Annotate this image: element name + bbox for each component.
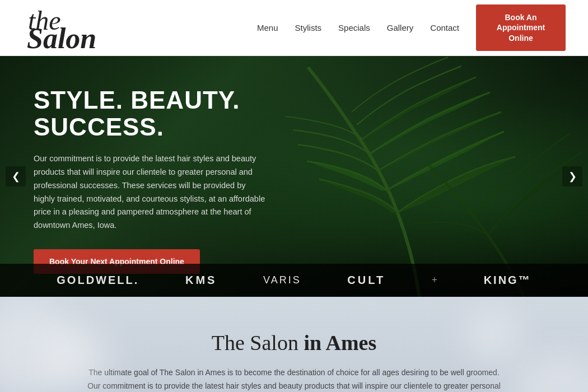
brand-goldwell: GOLDWELL. — [57, 274, 139, 287]
brand-cult: CULT — [347, 274, 385, 287]
header: the Salon Menu Stylists Specials Gallery… — [0, 0, 588, 56]
brand-plus: + — [432, 274, 437, 286]
nav-stylists[interactable]: Stylists — [295, 23, 322, 32]
hero-content: STYLE. BEAUTY. SUCCESS. Our commitment i… — [0, 56, 325, 297]
about-description-1: The ultimate goal of The Salon in Ames i… — [84, 366, 504, 392]
brand-kms: KMS — [185, 274, 217, 287]
brands-bar: GOLDWELL. KMS VARIS CULT + KING™ — [0, 264, 588, 297]
svg-text:Salon: Salon — [27, 22, 96, 49]
brand-varis: VARIS — [263, 274, 301, 286]
logo[interactable]: the Salon — [22, 4, 112, 52]
bokeh-4 — [465, 308, 521, 364]
hero-description: Our commitment is to provide the latest … — [34, 152, 269, 233]
nav-contact[interactable]: Contact — [430, 23, 459, 32]
bokeh-3 — [504, 353, 588, 392]
header-book-button[interactable]: Book An Appointment Online — [476, 4, 566, 51]
nav-gallery[interactable]: Gallery — [387, 23, 414, 32]
about-section: The Salon in Ames The ultimate goal of T… — [0, 297, 588, 392]
nav-specials[interactable]: Specials — [338, 23, 370, 32]
carousel-next-button[interactable]: ❯ — [562, 166, 582, 186]
hero-section: ❮ STYLE. BEAUTY. SUCCESS. Our commitment… — [0, 56, 588, 297]
nav-menu[interactable]: Menu — [257, 23, 278, 32]
carousel-prev-button[interactable]: ❮ — [6, 166, 26, 186]
about-title-plain: The Salon — [212, 331, 304, 354]
bokeh-2 — [45, 325, 112, 392]
main-nav: Menu Stylists Specials Gallery Contact B… — [257, 4, 566, 51]
about-title-bold: in Ames — [304, 331, 376, 354]
hero-title: STYLE. BEAUTY. SUCCESS. — [34, 87, 291, 141]
brand-king: KING™ — [484, 274, 531, 287]
